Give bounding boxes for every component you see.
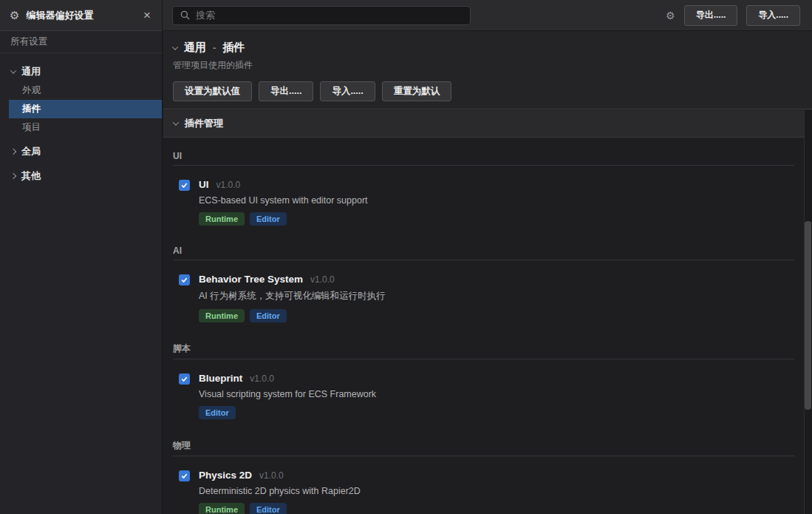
plugin-badges: Editor xyxy=(199,406,376,419)
tree-label: 其他 xyxy=(21,169,41,183)
preferences-sidebar: ⚙ 编辑器偏好设置 × 所有设置 通用 外观 插件 项目 全局 其他 xyxy=(0,0,163,514)
sidebar-item-global[interactable]: 全局 xyxy=(0,142,162,161)
group-header-label: 插件管理 xyxy=(185,117,223,130)
plugin-section-script: 脚本 Blueprint v1.0.0 Visual scripting sys… xyxy=(173,330,804,427)
sidebar-item-all-settings[interactable]: 所有设置 xyxy=(0,31,162,53)
plugin-section-ui: UI UI v1.0.0 ECS-based UI system with ed… xyxy=(173,138,804,233)
dialog-title: 编辑器偏好设置 xyxy=(26,9,135,22)
sidebar-item-project[interactable]: 项目 xyxy=(0,118,162,137)
category-label: 脚本 xyxy=(173,342,794,359)
plugin-management-header[interactable]: 插件管理 xyxy=(163,110,812,138)
sidebar-item-general[interactable]: 通用 xyxy=(0,62,162,81)
sidebar-item-appearance[interactable]: 外观 xyxy=(0,81,162,100)
settings-tree: 通用 外观 插件 项目 全局 其他 xyxy=(0,53,162,186)
sidebar-item-plugins[interactable]: 插件 xyxy=(9,100,162,118)
plugin-info: UI v1.0.0 ECS-based UI system with edito… xyxy=(199,179,368,226)
chevron-right-icon xyxy=(10,173,16,179)
plugin-row-ui: UI v1.0.0 ECS-based UI system with edito… xyxy=(173,166,804,233)
runtime-badge: Runtime xyxy=(199,503,245,514)
breadcrumb-section: 通用 xyxy=(184,41,206,55)
check-icon xyxy=(180,472,188,480)
tree-label: 全局 xyxy=(21,145,41,158)
category-label: AI xyxy=(173,246,794,260)
plugin-checkbox[interactable] xyxy=(179,373,190,385)
plugin-name: Blueprint xyxy=(199,373,242,384)
plugin-badges: Runtime Editor xyxy=(199,503,361,514)
chevron-right-icon xyxy=(10,149,16,155)
reset-to-default-button[interactable]: 重置为默认 xyxy=(382,81,452,101)
plugin-name: Physics 2D xyxy=(199,470,252,481)
plugin-name: UI xyxy=(199,179,209,190)
plugin-checkbox[interactable] xyxy=(179,274,190,285)
plugin-checkbox[interactable] xyxy=(179,180,190,191)
action-buttons: 设置为默认值 导出..... 导入..... 重置为默认 xyxy=(173,81,812,101)
plugin-badges: Runtime Editor xyxy=(199,212,368,226)
category-label: 物理 xyxy=(173,439,794,456)
runtime-badge: Runtime xyxy=(199,212,245,226)
plugin-version: v1.0.0 xyxy=(310,274,335,285)
runtime-badge: Runtime xyxy=(199,309,245,322)
editor-badge: Editor xyxy=(250,503,287,514)
plugin-row-physics-2d: Physics 2D v1.0.0 Deterministic 2D physi… xyxy=(173,456,804,514)
breadcrumb[interactable]: 通用 - 插件 xyxy=(173,41,812,55)
chevron-down-icon xyxy=(10,67,16,73)
scrollbar-track[interactable] xyxy=(804,110,812,514)
plugin-version: v1.0.0 xyxy=(250,373,274,384)
plugin-section-ai: AI Behavior Tree System v1.0.0 AI 行为树系统，… xyxy=(173,233,804,330)
plugin-name: Behavior Tree System xyxy=(199,274,303,285)
breadcrumb-page: 插件 xyxy=(222,41,245,55)
plugin-checkbox[interactable] xyxy=(179,470,190,481)
toolbar-actions: ⚙ 导出..... 导入..... xyxy=(666,5,800,26)
plugin-info: Physics 2D v1.0.0 Deterministic 2D physi… xyxy=(199,470,361,514)
category-label: UI xyxy=(173,151,794,166)
plugin-row-blueprint: Blueprint v1.0.0 Visual scripting system… xyxy=(173,359,804,427)
tree-label: 外观 xyxy=(22,84,41,97)
tree-label: 插件 xyxy=(22,103,41,115)
export-button[interactable]: 导出..... xyxy=(684,5,738,26)
page-subtitle: 管理项目使用的插件 xyxy=(173,59,812,72)
plugin-info: Behavior Tree System v1.0.0 AI 行为树系统，支持可… xyxy=(199,274,386,322)
plugin-description: Deterministic 2D physics with Rapier2D xyxy=(199,486,361,496)
page-header: 通用 - 插件 管理项目使用的插件 设置为默认值 导出..... 导入.....… xyxy=(163,31,812,109)
tree-label: 项目 xyxy=(22,121,41,134)
plugin-version: v1.0.0 xyxy=(216,180,241,190)
set-as-default-button[interactable]: 设置为默认值 xyxy=(173,81,252,101)
plugin-version: v1.0.0 xyxy=(259,470,284,481)
search-box[interactable] xyxy=(172,6,471,25)
chevron-down-icon xyxy=(173,119,179,125)
editor-badge: Editor xyxy=(250,309,287,322)
check-icon xyxy=(180,276,188,284)
export-settings-button[interactable]: 导出..... xyxy=(259,81,313,101)
plugin-info: Blueprint v1.0.0 Visual scripting system… xyxy=(199,373,376,419)
plugin-row-behavior-tree: Behavior Tree System v1.0.0 AI 行为树系统，支持可… xyxy=(173,260,804,330)
close-icon[interactable]: × xyxy=(142,9,152,21)
plugin-list: UI UI v1.0.0 ECS-based UI system with ed… xyxy=(163,138,804,514)
tree-label: 通用 xyxy=(21,65,41,78)
top-toolbar: ⚙ 导出..... 导入..... xyxy=(163,0,812,31)
check-icon xyxy=(180,375,188,383)
settings-gear-icon[interactable]: ⚙ xyxy=(666,10,675,21)
plugin-description: Visual scripting system for ECS Framewor… xyxy=(199,389,376,399)
editor-badge: Editor xyxy=(199,406,236,419)
editor-badge: Editor xyxy=(250,212,287,226)
dialog-titlebar: ⚙ 编辑器偏好设置 × xyxy=(0,0,162,31)
import-settings-button[interactable]: 导入..... xyxy=(320,81,375,101)
breadcrumb-separator: - xyxy=(213,42,216,53)
chevron-down-icon xyxy=(172,44,178,50)
all-settings-label: 所有设置 xyxy=(10,35,47,48)
search-input[interactable] xyxy=(196,10,463,21)
sidebar-item-other[interactable]: 其他 xyxy=(0,166,162,186)
plugin-description: ECS-based UI system with editor support xyxy=(199,195,368,206)
import-button[interactable]: 导入..... xyxy=(746,5,800,26)
plugin-description: AI 行为树系统，支持可视化编辑和运行时执行 xyxy=(199,290,386,302)
gear-icon: ⚙ xyxy=(10,10,19,21)
check-icon xyxy=(180,181,188,189)
plugin-section-physics: 物理 Physics 2D v1.0.0 Deterministic 2D ph… xyxy=(173,427,804,514)
scrollbar-thumb[interactable] xyxy=(805,221,811,410)
plugin-badges: Runtime Editor xyxy=(199,309,386,322)
search-icon xyxy=(180,10,190,20)
